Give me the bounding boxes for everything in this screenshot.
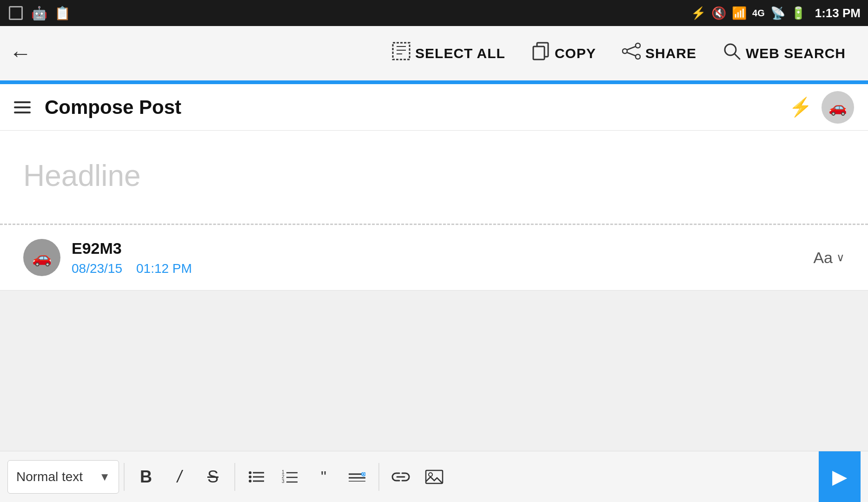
share-button[interactable]: SHARE [609, 37, 709, 69]
svg-rect-0 [393, 43, 410, 59]
select-all-button[interactable]: SELECT ALL [379, 37, 518, 69]
svg-point-6 [636, 43, 640, 48]
svg-point-7 [623, 49, 627, 53]
mute-icon: 🔇 [711, 6, 726, 20]
svg-line-10 [627, 53, 636, 56]
text-style-label: Normal text [16, 469, 93, 484]
bold-icon: B [140, 467, 152, 487]
post-info: E92M3 08/23/15 01:12 PM [72, 239, 192, 276]
app-bar-actions: ⚡ [789, 91, 854, 124]
back-button[interactable]: ← [9, 40, 32, 66]
battery-icon: 🔋 [791, 6, 806, 20]
content-area: Headline E92M3 08/23/15 01:12 PM Aa ∨ [0, 131, 868, 291]
share-label: SHARE [645, 46, 696, 61]
font-size-label: Aa [813, 249, 833, 267]
network-icon: 4G [752, 8, 765, 19]
screen-icon [7, 5, 24, 21]
more-options-button[interactable] [340, 460, 374, 494]
toolbar-divider-3 [378, 463, 379, 491]
copy-icon [531, 42, 550, 65]
svg-point-17 [249, 480, 252, 482]
hamburger-menu[interactable] [14, 101, 31, 113]
send-button[interactable]: ▶ [819, 451, 861, 502]
link-icon [391, 469, 410, 485]
status-bar: 🤖 📋 ⚡ 🔇 📶 4G 📡 🔋 1:13 PM [0, 0, 868, 26]
font-size-chevron-icon: ∨ [836, 251, 845, 264]
page-title: Compose Post [45, 96, 181, 119]
web-search-label: WEB SEARCH [746, 46, 846, 61]
svg-rect-5 [533, 46, 544, 59]
svg-point-15 [249, 476, 252, 478]
post-meta-row: E92M3 08/23/15 01:12 PM Aa ∨ [0, 225, 868, 291]
svg-text:3: 3 [282, 479, 285, 484]
svg-point-32 [429, 473, 432, 476]
clipboard-check-icon: 📋 [54, 5, 71, 21]
select-all-label: SELECT ALL [415, 46, 505, 61]
post-avatar [23, 239, 60, 276]
post-dates: 08/23/15 01:12 PM [72, 261, 192, 276]
status-bar-left: 🤖 📋 [7, 5, 71, 21]
quote-icon: " [321, 468, 326, 486]
status-bar-right: ⚡ 🔇 📶 4G 📡 🔋 1:13 PM [691, 6, 861, 20]
send-icon: ▶ [832, 465, 847, 488]
copy-button[interactable]: COPY [518, 37, 609, 69]
post-date: 08/23/15 [72, 261, 122, 276]
dropdown-arrow-icon: ▼ [99, 470, 110, 483]
quote-button[interactable]: " [307, 460, 340, 494]
strikethrough-button[interactable]: S [196, 460, 230, 494]
web-search-button[interactable]: WEB SEARCH [709, 37, 859, 69]
bullet-list-icon [248, 469, 265, 485]
bluetooth-icon: ⚡ [691, 6, 706, 20]
app-bar: Compose Post ⚡ [0, 84, 868, 131]
bottom-toolbar: Normal text ▼ B / S 1 2 3 [0, 451, 868, 502]
link-button[interactable] [384, 460, 417, 494]
svg-line-12 [735, 54, 740, 59]
font-size-control[interactable]: Aa ∨ [813, 249, 845, 267]
status-time: 1:13 PM [815, 6, 861, 20]
numbered-list-button[interactable]: 1 2 3 [273, 460, 307, 494]
image-button[interactable] [417, 460, 451, 494]
flash-icon[interactable]: ⚡ [789, 96, 812, 118]
text-style-dropdown[interactable]: Normal text ▼ [7, 460, 119, 494]
search-icon [722, 42, 741, 65]
post-time: 01:12 PM [136, 261, 192, 276]
signal-icon: 📡 [770, 6, 785, 20]
action-bar: ← SELECT ALL COPY [0, 26, 868, 82]
image-icon [425, 469, 444, 485]
toolbar-divider-1 [124, 463, 125, 491]
wifi-icon: 📶 [732, 6, 747, 20]
avatar[interactable] [822, 91, 854, 124]
italic-icon: / [177, 467, 182, 487]
headline-area[interactable]: Headline [0, 131, 868, 224]
svg-point-13 [249, 471, 252, 474]
bold-button[interactable]: B [129, 460, 163, 494]
android-icon: 🤖 [31, 5, 47, 21]
svg-line-9 [627, 46, 636, 50]
strikethrough-icon: S [207, 467, 219, 487]
toolbar-divider-2 [234, 463, 235, 491]
share-icon [622, 42, 641, 65]
select-all-icon [392, 42, 411, 65]
svg-point-29 [363, 473, 364, 475]
copy-label: COPY [555, 46, 596, 61]
post-username: E92M3 [72, 239, 192, 258]
headline-placeholder: Headline [23, 159, 141, 192]
more-options-icon [349, 472, 365, 482]
numbered-list-icon: 1 2 3 [282, 469, 298, 485]
svg-point-8 [636, 54, 640, 59]
bullet-list-button[interactable] [240, 460, 273, 494]
italic-button[interactable]: / [163, 460, 196, 494]
